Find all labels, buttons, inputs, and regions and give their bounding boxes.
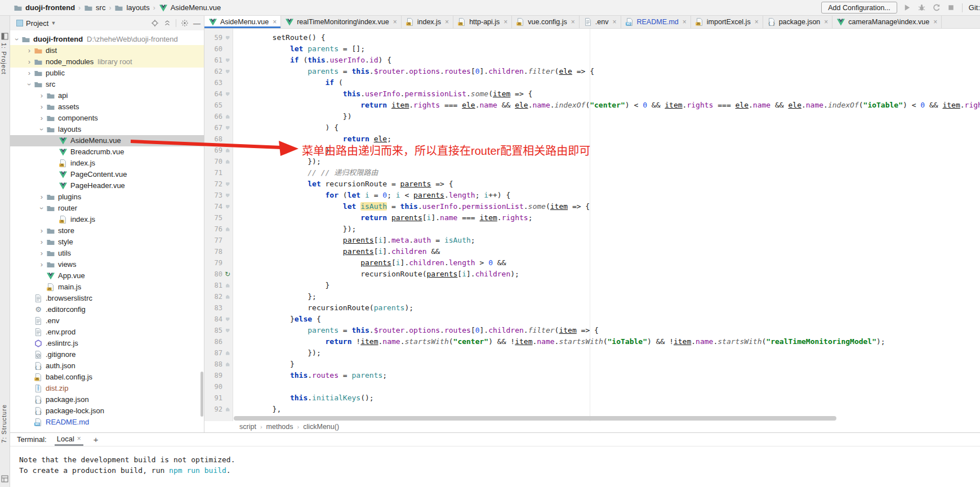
tree-item-dist-zip[interactable]: dist.zip (10, 383, 204, 394)
fold-marker-icon[interactable] (226, 149, 230, 153)
tree-item-assets[interactable]: ›assets (10, 101, 204, 113)
tree-item-duoji-frontend[interactable]: ›duoji-frontendD:\zheheWeb\duoji-fronten… (10, 34, 204, 45)
terminal-tab-local[interactable]: Local × (55, 433, 83, 446)
project-tool-window-icon[interactable] (1, 33, 8, 40)
chevron-collapsed-icon[interactable]: › (37, 248, 46, 259)
tree-item-layouts[interactable]: ›layouts (10, 124, 204, 135)
editor-tab-env[interactable]: .env× (580, 16, 621, 28)
fold-marker-icon[interactable] (226, 70, 230, 74)
close-icon[interactable]: × (824, 18, 828, 26)
tree-item-api[interactable]: ›api (10, 90, 204, 101)
tree-item-index-js[interactable]: JSindex.js (10, 158, 204, 169)
editor-tab-readme-md[interactable]: MDREADME.md× (621, 16, 691, 28)
chevron-expanded-icon[interactable]: › (36, 125, 47, 134)
tree-item-main-js[interactable]: JSmain.js (10, 282, 204, 293)
chevron-collapsed-icon[interactable]: › (37, 225, 46, 236)
debug-icon[interactable] (917, 3, 926, 12)
close-icon[interactable]: × (393, 18, 397, 26)
close-icon[interactable]: × (612, 18, 616, 26)
fold-marker-icon[interactable] (226, 160, 230, 164)
terminal-output[interactable]: Note that the development build is not o… (10, 446, 980, 476)
fold-marker-icon[interactable] (226, 205, 230, 209)
close-icon[interactable]: × (273, 18, 277, 26)
code-editor[interactable]: 59 setRoute() {60 let parents = [];61 if… (204, 29, 980, 421)
code-breadcrumb-methods[interactable]: methods (266, 423, 293, 431)
fold-marker-icon[interactable] (226, 126, 230, 130)
tree-item-breadcrumb-vue[interactable]: Breadcrumb.vue (10, 146, 204, 158)
fold-marker-icon[interactable] (226, 295, 230, 299)
editor-tab-cameramanage-index-vue[interactable]: cameraManage\index.vue× (832, 16, 942, 28)
locate-icon[interactable] (151, 19, 159, 27)
tree-item-components[interactable]: ›components (10, 113, 204, 124)
editor-tab-importexcel-js[interactable]: JSimportExcel.js× (691, 16, 763, 28)
tree-item-eslintrc-js[interactable]: .eslintrc.js (10, 338, 204, 349)
close-icon[interactable]: × (445, 18, 449, 26)
run-icon[interactable] (902, 3, 912, 12)
editor-tab-index-js[interactable]: JSindex.js× (402, 16, 453, 28)
chevron-collapsed-icon[interactable]: › (37, 236, 46, 248)
fold-marker-icon[interactable] (226, 194, 230, 198)
breadcrumb-item-layouts[interactable]: layouts (114, 3, 149, 12)
fold-marker-icon[interactable] (226, 227, 230, 231)
close-icon[interactable]: × (755, 18, 759, 26)
horizontal-scrollbar[interactable] (234, 416, 836, 421)
tree-item-browserslistrc[interactable]: .browserslistrc (10, 293, 204, 304)
tree-item-package-json[interactable]: { }package.json (10, 394, 204, 405)
close-icon[interactable]: × (683, 18, 687, 26)
breadcrumb-item-duoji-frontend[interactable]: duoji-frontend (14, 3, 75, 12)
fold-marker-icon[interactable] (226, 329, 230, 333)
project-view-selector[interactable]: Project ▼ (16, 19, 56, 28)
tree-item-store[interactable]: ›store (10, 225, 204, 236)
project-tree-scrollbar[interactable] (201, 372, 203, 417)
chevron-collapsed-icon[interactable]: › (25, 68, 34, 79)
tool-window-project-label[interactable]: 1: Project (1, 43, 7, 74)
fold-marker-icon[interactable] (226, 351, 230, 355)
hide-panel-icon[interactable]: — (193, 19, 201, 28)
breadcrumb-item-asidemenu-vue[interactable]: AsideMenu.vue (159, 3, 221, 12)
chevron-collapsed-icon[interactable]: › (37, 90, 46, 101)
breadcrumb-item-src[interactable]: src (84, 3, 105, 12)
editor-tab-asidemenu-vue[interactable]: AsideMenu.vue× (204, 16, 281, 28)
fold-marker-icon[interactable] (226, 115, 230, 119)
editor-tab-http-api-js[interactable]: JShttp-api.js× (453, 16, 512, 28)
tool-window-structure-label[interactable]: 7: Structure (1, 404, 7, 443)
tree-item-views[interactable]: ›views (10, 259, 204, 270)
tree-item-env[interactable]: .env (10, 315, 204, 327)
tree-item-pagecontent-vue[interactable]: PageContent.vue (10, 169, 204, 180)
tree-item-pageheader-vue[interactable]: PageHeader.vue (10, 180, 204, 191)
structure-tool-window-icon[interactable] (1, 475, 8, 482)
tree-item-public[interactable]: ›public (10, 68, 204, 79)
tree-item-asidemenu-vue[interactable]: AsideMenu.vue (10, 135, 204, 146)
fold-marker-icon[interactable] (226, 318, 230, 321)
close-icon[interactable]: × (933, 18, 937, 26)
fold-marker-icon[interactable] (226, 92, 230, 96)
editor-tab-realtimemonitoring-index-vue[interactable]: realTimeMonitoring\index.vue× (281, 16, 402, 28)
plus-icon[interactable]: + (91, 435, 101, 444)
editor-tab-package-json[interactable]: { }package.json× (763, 16, 833, 28)
tree-item-editorconfig[interactable]: ⚙.editorconfig (10, 304, 204, 315)
fold-marker-icon[interactable] (226, 36, 230, 40)
tree-item-router[interactable]: ›router (10, 203, 204, 214)
close-icon[interactable]: × (504, 18, 507, 26)
tree-item-plugins[interactable]: ›plugins (10, 191, 204, 203)
close-icon[interactable]: × (77, 435, 81, 443)
tree-item-style[interactable]: ›style (10, 236, 204, 248)
fold-marker-icon[interactable] (226, 363, 230, 367)
code-breadcrumb-script[interactable]: script (239, 423, 256, 431)
chevron-collapsed-icon[interactable]: › (25, 45, 34, 56)
tree-item-env-prod[interactable]: .env.prod (10, 327, 204, 338)
tree-item-utils[interactable]: ›utils (10, 248, 204, 259)
code-breadcrumb-clickmenu[interactable]: clickMenu() (303, 423, 339, 431)
editor-tab-vue-config-js[interactable]: JSvue.config.js× (512, 16, 580, 28)
tree-item-app-vue[interactable]: App.vue (10, 270, 204, 282)
fold-marker-icon[interactable] (226, 408, 230, 412)
chevron-collapsed-icon[interactable]: › (37, 113, 46, 124)
fold-marker-icon[interactable] (226, 59, 230, 62)
add-configuration-button[interactable]: Add Configuration... (821, 2, 897, 14)
fold-marker-icon[interactable] (226, 284, 230, 288)
chevron-collapsed-icon[interactable]: › (37, 259, 46, 270)
tree-item-babel-config-js[interactable]: JSbabel.config.js (10, 372, 204, 383)
chevron-expanded-icon[interactable]: › (11, 35, 23, 44)
chevron-collapsed-icon[interactable]: › (37, 101, 46, 113)
chevron-collapsed-icon[interactable]: › (37, 191, 46, 203)
